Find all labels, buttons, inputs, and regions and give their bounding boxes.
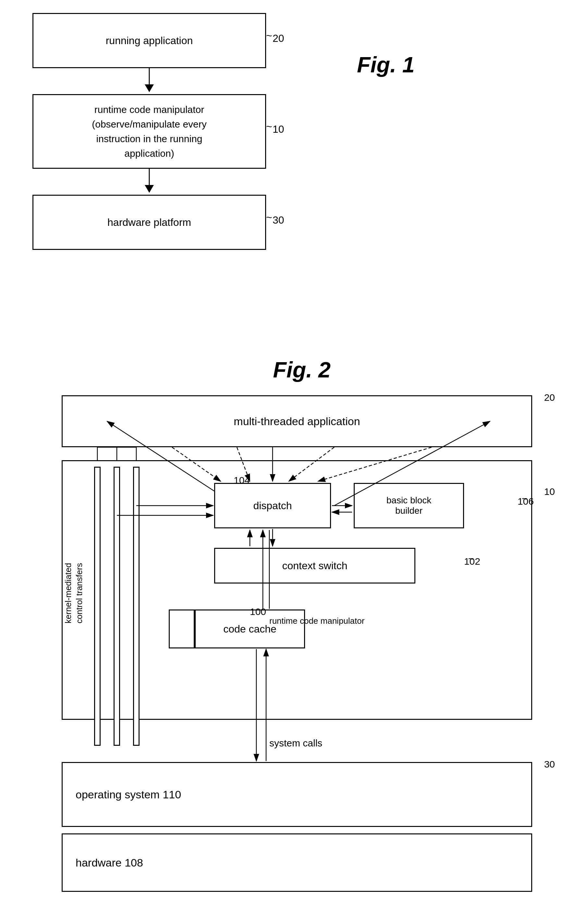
multithreaded-app-box: multi-threaded application <box>61 395 532 447</box>
vert-bar-3 <box>133 467 139 746</box>
ref-20-fig1: 20 <box>273 32 284 44</box>
ref-10-fig2: 10 <box>544 486 555 497</box>
runtime-code-manipulator-box: runtime code manipulator (observe/manipu… <box>32 94 266 169</box>
basic-block-builder-box: basic block builder <box>354 483 464 529</box>
os-label: operating system 110 <box>76 788 181 801</box>
fig2-main: 20 multi-threaded application 10 kernel-… <box>42 395 561 910</box>
fig2-diagram: Fig. 2 20 multi-threaded application 10 … <box>26 357 578 910</box>
syscall-label: system calls <box>269 738 322 749</box>
multithreaded-label: multi-threaded application <box>234 415 360 428</box>
hardware-box: hardware 108 <box>61 833 532 892</box>
rcm-label: runtime code manipulator <box>269 616 364 626</box>
running-application-label: running application <box>106 35 193 47</box>
hardware-label: hardware 108 <box>76 857 143 869</box>
code-cache-inner <box>169 609 195 648</box>
ref-100: 100 <box>250 606 266 617</box>
fig1-diagram: running application 20 ~ runtime code ma… <box>26 13 318 250</box>
ref-10-fig1: 10 <box>273 123 284 135</box>
fig1-title: Fig. 1 <box>357 52 415 77</box>
os-box: operating system 110 <box>61 762 532 827</box>
arrow-2 <box>32 169 266 195</box>
dispatch-box: dispatch <box>214 483 331 529</box>
runtime-code-manipulator-label: runtime code manipulator (observe/manipu… <box>92 102 207 161</box>
kernel-mediated-label: kernel-mediated control transfers <box>64 480 84 707</box>
context-switch-box: context switch <box>214 548 415 583</box>
ref-30-fig1: 30 <box>273 214 284 226</box>
ref-20-fig2: 20 <box>544 392 555 403</box>
hardware-platform-box: hardware platform <box>32 195 266 250</box>
hardware-platform-label: hardware platform <box>107 217 191 228</box>
running-application-box: running application <box>32 13 266 68</box>
code-cache-label: code cache <box>223 623 276 635</box>
bbb-label: basic block builder <box>386 495 431 516</box>
vert-bar-2 <box>113 467 120 746</box>
ref-30-fig2: 30 <box>544 759 555 770</box>
dispatch-label: dispatch <box>253 500 292 512</box>
context-switch-label: context switch <box>282 560 347 572</box>
arrow-1 <box>32 68 266 94</box>
vert-bar-1 <box>94 467 100 746</box>
fig2-title: Fig. 2 <box>26 357 578 382</box>
